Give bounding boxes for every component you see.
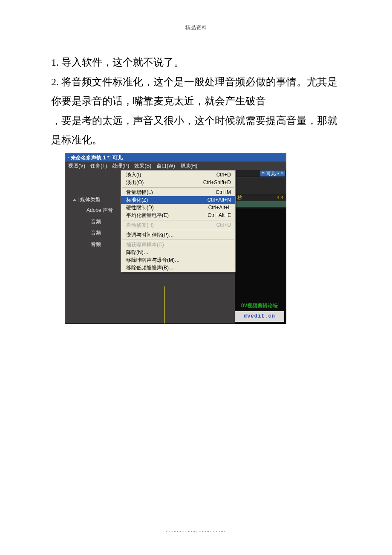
timeline-panel: *: 可儿 × 秒 4.4 DV视频剪辑论坛 dvedit.cn [235,170,286,324]
screenshot-embed: - 未命名多声轨 1 *: 可儿 视图(V) 任务(T) 处理(P) 效果(S)… [65,153,286,324]
ruler-tick: 4.4 [277,193,283,202]
menu-window[interactable]: 窗口(W) [154,161,177,171]
label: 平均化音量电平(E) [126,211,169,220]
dropdown-icon[interactable] [277,173,280,174]
watermark: DV视频剪辑论坛 dvedit.cn [235,301,284,322]
menu-item-pitch-time[interactable]: 变调与时间伸缩(P)… [121,231,235,239]
playhead-icon [164,286,165,324]
body-line-1: 1. 导入软件，这个就不说了。 [51,53,341,72]
ruler-unit: 秒 [237,193,242,202]
menu-view[interactable]: 视图(V) [66,161,87,171]
shortcut: Ctrl+Alt+E [208,211,231,220]
media-row-adobe[interactable]: Adobe 声音 [65,205,121,216]
document-tab[interactable]: *: 可儿 × [260,171,285,176]
page-footer: ………………………………… [0,527,392,534]
timeline-strip [235,177,286,194]
document-body: 1. 导入软件，这个就不说了。 2. 将音频文件标准化，这个是一般处理音频必做的… [0,32,392,324]
label: 移除低频隆隆声(B)… [126,263,174,273]
menu-task[interactable]: 任务(T) [88,161,109,171]
watermark-line1: DV视频剪辑论坛 [235,301,284,311]
media-row-audio-3[interactable]: 音频 [65,239,121,250]
menu-help[interactable]: 帮助(H) [178,161,200,171]
menubar: 视图(V) 任务(T) 处理(P) 效果(S) 窗口(W) 帮助(H) [65,162,286,170]
menu-item-fade-out[interactable]: 淡出(O) Ctrl+Shift+D [121,179,235,186]
process-dropdown-menu: 淡入(I) Ctrl+D 淡出(O) Ctrl+Shift+D 音量增幅(L) … [121,170,236,272]
label: 淡出(O) [126,178,144,188]
label: 变调与时间伸缩(P)… [126,230,174,240]
menu-item-auto-heal: 自动修复(H) Ctrl+U [121,221,235,229]
media-row-audio-2[interactable]: 音频 [65,227,121,239]
divider-icon [78,197,78,202]
label: 自动修复(H) [126,220,154,230]
media-row-audio-1[interactable]: 音频 [65,216,121,228]
body-line-3: ，要是考的太远，声音又很小，这个时候就需要提高音量，那就是标准化。 [51,111,341,150]
media-type-header[interactable]: 媒体类型 [65,195,121,205]
body-line-2: 2. 将音频文件标准化，这个是一般处理音频必做的事情。尤其是你要是录音的话，嘴靠… [51,72,341,111]
watermark-line2: dvedit.cn [235,311,284,322]
media-type-label: 媒体类型 [80,195,101,205]
left-panel: 媒体类型 Adobe 声音 音频 音频 音频 [65,170,121,324]
timeline-ruler: 秒 4.4 [235,194,286,201]
shortcut: Ctrl+U [216,220,231,230]
tab-bar: *: 可儿 × [235,170,286,177]
menu-item-remove-rumble[interactable]: 移除低频隆隆声(B)… [121,264,235,272]
page-header: 精品资料 [0,0,392,32]
tab-label: *: 可儿 [262,171,276,176]
sort-up-icon [73,199,76,201]
menu-item-average-level[interactable]: 平均化音量电平(E) Ctrl+Alt+E [121,211,235,219]
close-icon[interactable]: × [281,171,283,176]
shortcut: Ctrl+Shift+D [203,178,231,188]
